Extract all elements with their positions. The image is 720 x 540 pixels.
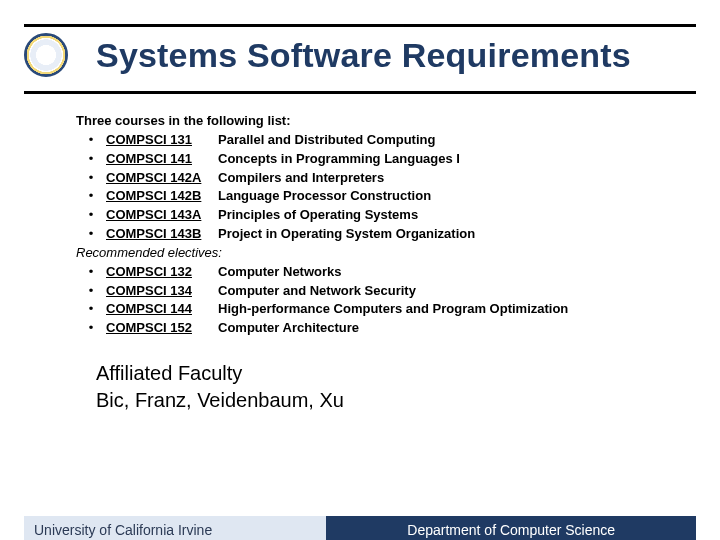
course-name: Language Processor Construction — [218, 187, 431, 206]
footer: University of California Irvine Departme… — [24, 516, 696, 540]
course-name: Computer Architecture — [218, 319, 359, 338]
bullet: • — [76, 150, 106, 169]
course-name: High-performance Computers and Program O… — [218, 300, 568, 319]
course-row: •COMPSCI 143BProject in Operating System… — [76, 225, 720, 244]
course-row: •COMPSCI 141Concepts in Programming Lang… — [76, 150, 720, 169]
bullet: • — [76, 131, 106, 150]
course-code: COMPSCI 142A — [106, 169, 218, 188]
faculty-list: Bic, Franz, Veidenbaum, Xu — [96, 387, 720, 414]
header: Systems Software Requirements — [0, 27, 720, 83]
course-code: COMPSCI 143B — [106, 225, 218, 244]
slide-title: Systems Software Requirements — [96, 36, 631, 75]
bullet: • — [76, 263, 106, 282]
bullet: • — [76, 169, 106, 188]
course-name: Computer Networks — [218, 263, 342, 282]
course-name: Project in Operating System Organization — [218, 225, 475, 244]
course-name: Concepts in Programming Languages I — [218, 150, 460, 169]
slide: Systems Software Requirements Three cour… — [0, 24, 720, 540]
faculty-heading: Affiliated Faculty — [96, 360, 720, 387]
bullet: • — [76, 282, 106, 301]
footer-right: Department of Computer Science — [326, 516, 696, 540]
faculty-block: Affiliated Faculty Bic, Franz, Veidenbau… — [0, 338, 720, 414]
course-row: •COMPSCI 132Computer Networks — [76, 263, 720, 282]
bullet: • — [76, 319, 106, 338]
body: Three courses in the following list: •CO… — [0, 94, 720, 338]
course-name: Principles of Operating Systems — [218, 206, 418, 225]
course-row: •COMPSCI 131Parallel and Distributed Com… — [76, 131, 720, 150]
course-code: COMPSCI 132 — [106, 263, 218, 282]
uc-seal-icon — [24, 33, 68, 77]
course-code: COMPSCI 152 — [106, 319, 218, 338]
course-code: COMPSCI 142B — [106, 187, 218, 206]
course-name: Computer and Network Security — [218, 282, 416, 301]
bullet: • — [76, 187, 106, 206]
course-code: COMPSCI 144 — [106, 300, 218, 319]
course-name: Compilers and Interpreters — [218, 169, 384, 188]
course-row: •COMPSCI 152Computer Architecture — [76, 319, 720, 338]
recommended-heading: Recommended electives: — [76, 244, 720, 263]
course-row: •COMPSCI 144High-performance Computers a… — [76, 300, 720, 319]
footer-left: University of California Irvine — [24, 516, 326, 540]
course-code: COMPSCI 134 — [106, 282, 218, 301]
course-code: COMPSCI 143A — [106, 206, 218, 225]
course-row: •COMPSCI 142ACompilers and Interpreters — [76, 169, 720, 188]
course-row: •COMPSCI 134Computer and Network Securit… — [76, 282, 720, 301]
course-row: •COMPSCI 143APrinciples of Operating Sys… — [76, 206, 720, 225]
course-row: •COMPSCI 142BLanguage Processor Construc… — [76, 187, 720, 206]
intro-line: Three courses in the following list: — [76, 112, 720, 131]
bullet: • — [76, 206, 106, 225]
bullet: • — [76, 225, 106, 244]
course-name: Parallel and Distributed Computing — [218, 131, 435, 150]
bullet: • — [76, 300, 106, 319]
course-code: COMPSCI 141 — [106, 150, 218, 169]
course-code: COMPSCI 131 — [106, 131, 218, 150]
